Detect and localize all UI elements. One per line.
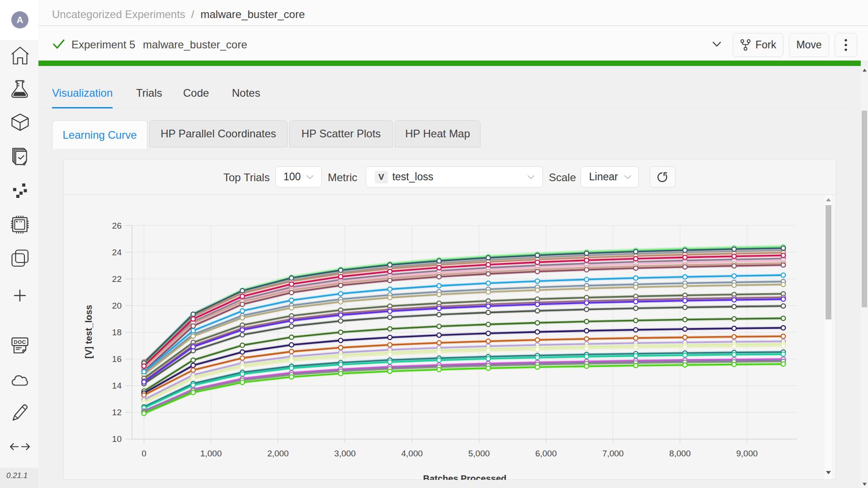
svg-text:6,000: 6,000	[535, 449, 557, 458]
svg-text:10: 10	[112, 434, 122, 444]
svg-text:0: 0	[142, 449, 146, 458]
svg-text:18: 18	[112, 328, 122, 337]
svg-text:24: 24	[112, 248, 122, 257]
svg-text:22: 22	[112, 274, 122, 284]
svg-text:16: 16	[112, 354, 122, 364]
svg-text:[V] test_loss: [V] test_loss	[84, 305, 94, 359]
svg-text:8,000: 8,000	[669, 449, 691, 458]
svg-text:5,000: 5,000	[468, 449, 490, 458]
svg-text:12: 12	[112, 408, 122, 417]
svg-text:Batches Processed: Batches Processed	[423, 474, 507, 480]
svg-text:20: 20	[112, 301, 122, 310]
svg-text:DOC: DOC	[14, 339, 26, 345]
svg-text:4,000: 4,000	[401, 449, 423, 458]
svg-text:7,000: 7,000	[602, 449, 624, 458]
svg-text:9,000: 9,000	[736, 449, 758, 458]
svg-text:1,000: 1,000	[200, 449, 222, 458]
svg-text:14: 14	[112, 381, 122, 390]
svg-text:2,000: 2,000	[267, 449, 289, 458]
svg-text:3,000: 3,000	[334, 449, 356, 458]
svg-text:26: 26	[112, 221, 122, 230]
